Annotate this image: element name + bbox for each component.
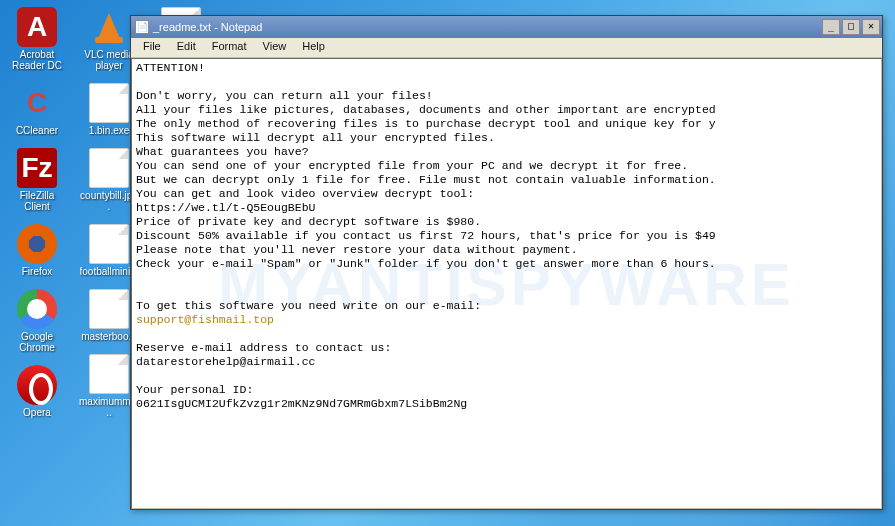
text-line (136, 327, 877, 341)
menu-edit[interactable]: Edit (169, 38, 204, 57)
text-line: Check your e-mail "Spam" or "Junk" folde… (136, 257, 877, 271)
text-line: 0621IsgUCMI2UfkZvzg1r2mKNz9Nd7GMRmGbxm7L… (136, 397, 877, 411)
icon-label: FileZilla Client (7, 190, 67, 212)
menu-view[interactable]: View (255, 38, 295, 57)
text-line: https://we.tl/t-Q5EougBEbU (136, 201, 877, 215)
text-line: support@fishmail.top (136, 313, 877, 327)
chrome-icon (17, 289, 57, 329)
minimize-button[interactable]: _ (822, 19, 840, 35)
text-line: You can get and look video overview decr… (136, 187, 877, 201)
text-line: Please note that you'll never restore yo… (136, 243, 877, 257)
text-line: You can send one of your encrypted file … (136, 159, 877, 173)
icon-label: Google Chrome (7, 331, 67, 353)
notepad-icon: 📄 (135, 20, 149, 34)
text-line: What guarantees you have? (136, 145, 877, 159)
icon-label: 1.bin.exe (89, 125, 130, 136)
desktop-icon-filezilla[interactable]: FzFileZilla Client (5, 146, 69, 214)
icon-label: Firefox (22, 266, 53, 277)
file-masterboo-icon (89, 289, 129, 329)
opera-icon (17, 365, 57, 405)
text-line: All your files like pictures, databases,… (136, 103, 877, 117)
text-line: To get this software you need write on o… (136, 299, 877, 313)
icon-label: masterboo... (81, 331, 137, 342)
titlebar[interactable]: 📄 _readme.txt - Notepad _ □ ✕ (131, 16, 882, 38)
text-line: This software will decrypt all your encr… (136, 131, 877, 145)
desktop-icon-firefox[interactable]: Firefox (5, 222, 69, 279)
firefox-icon (17, 224, 57, 264)
text-line (136, 369, 877, 383)
text-line (136, 271, 877, 285)
icon-label: Opera (23, 407, 51, 418)
maximize-button[interactable]: □ (842, 19, 860, 35)
icon-label: Acrobat Reader DC (7, 49, 67, 71)
text-line: But we can decrypt only 1 file for free.… (136, 173, 877, 187)
text-area[interactable]: ATTENTION! Don't worry, you can return a… (132, 59, 881, 413)
text-line: Discount 50% available if you contact us… (136, 229, 877, 243)
desktop-icon-opera[interactable]: Opera (5, 363, 69, 420)
text-line: Don't worry, you can return all your fil… (136, 89, 877, 103)
text-line: The only method of recovering files is t… (136, 117, 877, 131)
acrobat-icon: A (17, 7, 57, 47)
notepad-window[interactable]: 📄 _readme.txt - Notepad _ □ ✕ FileEditFo… (130, 15, 883, 510)
text-area-wrap: MYANTISPYWARE ATTENTION! Don't worry, yo… (131, 58, 882, 509)
ccleaner-icon: C (17, 83, 57, 123)
file-1bin-icon (89, 83, 129, 123)
file-maximumma-icon (89, 354, 129, 394)
desktop-icon-ccleaner[interactable]: CCCleaner (5, 81, 69, 138)
desktop-icon-acrobat[interactable]: AAcrobat Reader DC (5, 5, 69, 73)
text-line: ATTENTION! (136, 61, 877, 75)
menu-help[interactable]: Help (294, 38, 333, 57)
menu-format[interactable]: Format (204, 38, 255, 57)
text-line (136, 285, 877, 299)
icon-column-1: AAcrobat Reader DCCCCleanerFzFileZilla C… (5, 5, 69, 420)
window-title: _readme.txt - Notepad (153, 21, 818, 33)
window-buttons: _ □ ✕ (822, 19, 880, 35)
menubar: FileEditFormatViewHelp (131, 38, 882, 58)
desktop-icon-chrome[interactable]: Google Chrome (5, 287, 69, 355)
text-line (136, 75, 877, 89)
text-line: datarestorehelp@airmail.cc (136, 355, 877, 369)
text-line: Your personal ID: (136, 383, 877, 397)
file-countybill-icon (89, 148, 129, 188)
file-footballmini-icon (89, 224, 129, 264)
text-line: Price of private key and decrypt softwar… (136, 215, 877, 229)
text-line: Reserve e-mail address to contact us: (136, 341, 877, 355)
menu-file[interactable]: File (135, 38, 169, 57)
icon-label: CCleaner (16, 125, 58, 136)
close-button[interactable]: ✕ (862, 19, 880, 35)
vlc-icon (89, 7, 129, 47)
filezilla-icon: Fz (17, 148, 57, 188)
